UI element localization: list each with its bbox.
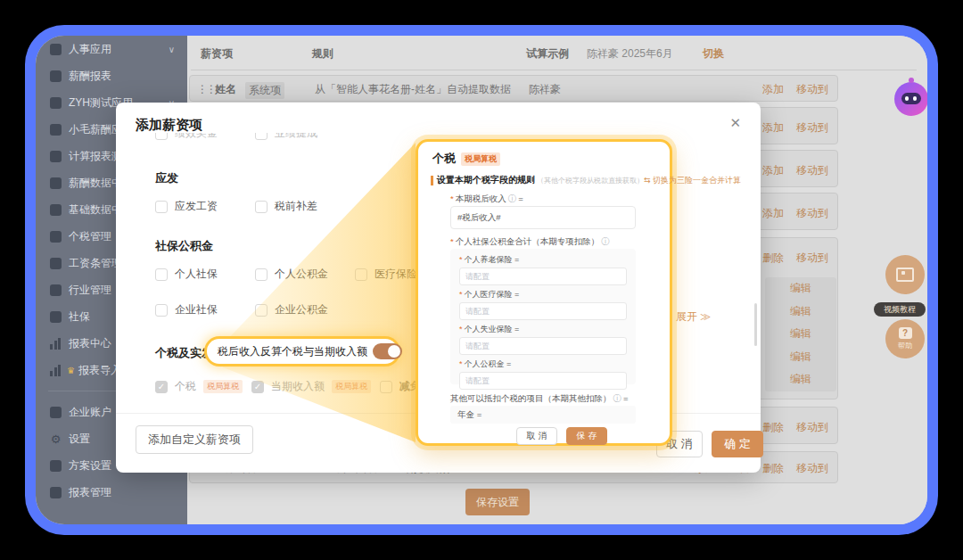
add-custom-salary-item-button[interactable]: 添加自定义薪资项 — [136, 425, 253, 454]
edit-button[interactable]: 编辑 — [765, 277, 836, 301]
move-to-link[interactable]: 移动到 — [796, 420, 828, 435]
app-cube-icon — [50, 70, 62, 82]
edit-button[interactable]: 编辑 — [765, 346, 836, 369]
edit-button[interactable]: 编辑 — [765, 368, 836, 391]
checkbox[interactable] — [155, 268, 168, 281]
sub-field-input[interactable]: 请配置 — [459, 268, 627, 285]
toggle-switch-on[interactable] — [373, 343, 402, 359]
rule-title: 设置本期个税字段的规则 — [437, 174, 535, 186]
popup-cancel-button[interactable]: 取 消 — [516, 427, 557, 445]
sidebar-item[interactable]: 薪酬报表 — [36, 62, 187, 89]
edit-button[interactable]: 编辑 — [765, 323, 836, 346]
checkbox-geren-gongjijin[interactable]: 个人公积金 — [255, 267, 328, 282]
expand-link[interactable]: 展开 ≫ — [676, 309, 711, 325]
sidebar-item-label: 行业管理 — [69, 283, 111, 298]
drag-handle-icon[interactable]: ⋮⋮ — [197, 83, 215, 95]
sidebar-item[interactable]: 人事应用∨ — [36, 36, 187, 62]
move-to-link[interactable]: 移动到 — [796, 251, 828, 266]
tax-icon — [50, 231, 62, 243]
assistant-robot-icon[interactable] — [894, 82, 927, 116]
after-tax-income-input[interactable]: #税后收入# — [450, 206, 636, 229]
checkbox[interactable] — [380, 381, 392, 393]
clipped-checkbox: 绩效奖金 — [155, 133, 244, 144]
video-tutorial-label: 视频教程 — [874, 302, 926, 317]
checkbox[interactable] — [255, 133, 268, 140]
tax-bureau-badge: 税局算税 — [461, 152, 500, 166]
question-mark-icon: ? — [899, 327, 912, 339]
app-cube-icon — [50, 177, 62, 189]
tax-bureau-badge: 税局算税 — [203, 380, 243, 393]
row-action-link[interactable]: 移动到 — [796, 461, 828, 476]
move-to-link[interactable]: 移动到 — [796, 82, 828, 97]
checkbox-label: 应发工资 — [175, 199, 218, 214]
video-tutorial-button[interactable] — [885, 255, 925, 294]
help-button[interactable]: ? 帮助 — [885, 319, 925, 358]
switch-sample-link[interactable]: 切换 — [703, 46, 724, 62]
modal-title: 添加薪资项 — [136, 117, 202, 134]
payslip-icon — [50, 258, 62, 269]
add-link[interactable]: 添加 — [762, 163, 784, 178]
bar-chart-icon — [50, 365, 62, 376]
clipped-checkbox: 业绩提成 — [255, 133, 344, 144]
row-name: 姓名 — [215, 82, 236, 97]
sidebar-item[interactable]: 报表管理 — [36, 479, 187, 506]
popup-save-button[interactable]: 保 存 — [566, 427, 607, 445]
sub-field-label: *个人养老保险 = — [459, 254, 627, 266]
checkbox-dangqi-shourue[interactable]: ✓ 当期收入额 税局算税 — [251, 379, 371, 394]
header-divider — [191, 70, 917, 70]
checkbox[interactable] — [155, 133, 168, 140]
app-cube-icon — [50, 97, 62, 109]
checkbox-qiye-shebao[interactable]: 企业社保 — [155, 302, 218, 317]
sub-field: *个人养老保险 =请配置 — [459, 254, 627, 285]
film-icon — [896, 268, 914, 282]
move-to-link[interactable]: 移动到 — [796, 206, 828, 221]
checkbox-qiye-gongjijin[interactable]: 企业公积金 — [255, 302, 328, 317]
sidebar-item-label: 社保 — [69, 309, 90, 325]
checkbox-yingfa-gongzi[interactable]: 应发工资 — [155, 199, 218, 214]
close-icon[interactable]: ✕ — [729, 115, 741, 131]
add-link[interactable]: 添加 — [762, 120, 784, 136]
sidebar-item-label: 报表管理 — [69, 485, 111, 500]
checkbox-shuiqian-bucha[interactable]: 税前补差 — [255, 199, 317, 214]
sub-field: *个人失业保险 =请配置 — [459, 324, 627, 355]
checkbox[interactable] — [255, 201, 268, 213]
system-item-badge: 系统项 — [245, 82, 284, 99]
save-settings-button[interactable]: 保存设置 — [465, 489, 530, 515]
sample-person: 陈祥豪 2025年6月 — [587, 46, 673, 62]
move-to-link[interactable]: 移动到 — [796, 163, 828, 178]
annuity-row[interactable]: 年金 = — [450, 406, 636, 424]
checkbox-geshui[interactable]: ✓ 个税 税局算税 — [155, 379, 243, 394]
sub-field-input[interactable]: 请配置 — [459, 337, 627, 355]
checkbox[interactable] — [255, 304, 268, 317]
checkbox[interactable] — [255, 268, 268, 281]
delete-link[interactable]: 删除 — [762, 420, 784, 435]
delete-link[interactable]: 删除 — [762, 251, 784, 266]
app-cube-icon — [50, 204, 62, 216]
edit-button[interactable]: 编辑 — [765, 301, 836, 324]
checkbox-checked[interactable]: ✓ — [251, 381, 264, 393]
checkbox[interactable] — [155, 304, 168, 317]
sidebar-item-label: 企业账户 — [69, 405, 111, 420]
sidebar-item-label: 设置 — [69, 432, 90, 447]
switch-merge-calc-link[interactable]: ⇆ 切换为三险一金合并计算 — [644, 175, 741, 186]
tax-bureau-badge: 税局算税 — [332, 380, 371, 393]
checkbox-geren-shebao[interactable]: 个人社保 — [155, 267, 218, 282]
add-link[interactable]: 添加 — [762, 82, 784, 97]
modal-confirm-button[interactable]: 确 定 — [712, 431, 763, 457]
checkbox[interactable] — [155, 201, 168, 213]
toggle-label: 税后收入反算个税与当期收入额 — [218, 344, 367, 359]
checkbox-checked[interactable]: ✓ — [155, 381, 168, 393]
move-to-link[interactable]: 移动到 — [796, 120, 828, 136]
group-label: *个人社保公积金合计（本期专项扣除）ⓘ — [450, 236, 612, 248]
add-link[interactable]: 添加 — [762, 206, 784, 221]
sub-field-input[interactable]: 请配置 — [459, 372, 627, 390]
sub-field-input[interactable]: 请配置 — [459, 302, 627, 320]
modal-scrollbar[interactable] — [754, 303, 757, 346]
social-insurance-panel: *个人养老保险 =请配置*个人医疗保险 =请配置*个人失业保险 =请配置*个人公… — [450, 249, 636, 384]
checkbox-label: 个人公积金 — [275, 267, 328, 282]
app-window: 人事应用∨薪酬报表ZYH测试应用∨小毛薪酬应...计算报表测试薪酬数据中心基础数… — [36, 36, 927, 524]
checkbox[interactable] — [355, 268, 367, 281]
sidebar-item-label: 薪酬报表 — [69, 69, 111, 84]
row-action-link[interactable]: 删除 — [762, 461, 784, 476]
help-label: 帮助 — [898, 341, 912, 350]
